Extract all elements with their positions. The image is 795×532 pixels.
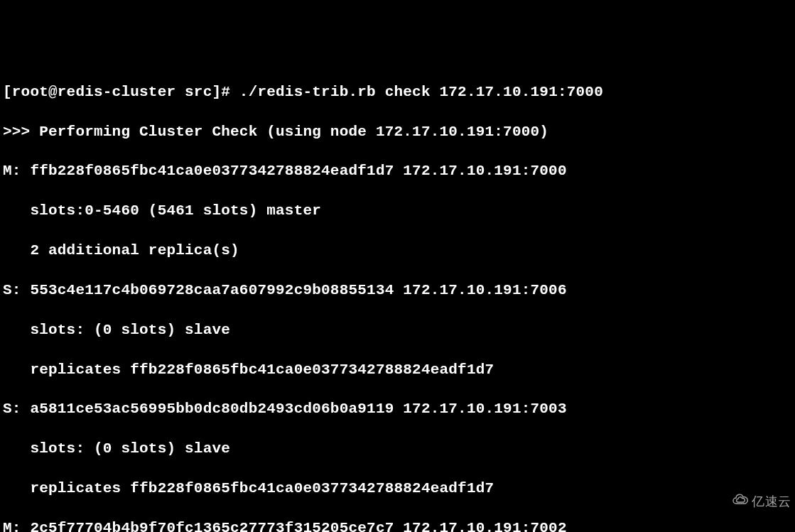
shell-command: ./redis-trib.rb check 172.17.10.191:7000	[239, 84, 603, 100]
shell-prompt: [root@redis-cluster src]#	[3, 84, 239, 100]
terminal-command-line[interactable]: [root@redis-cluster src]# ./redis-trib.r…	[3, 82, 795, 102]
watermark-text: 亿速云	[752, 494, 791, 511]
node-2-id-line: S: a5811ce53ac56995bb0dc80db2493cd06b0a9…	[3, 399, 795, 419]
watermark: 亿速云	[717, 476, 791, 528]
node-3-id-line: M: 2c5f77704b4b9f70fc1365c27773f315205ce…	[3, 519, 795, 532]
node-1-id-line: S: 553c4e117c4b069728caa7a607992c9b08855…	[3, 281, 795, 300]
node-1-replicates-line: replicates ffb228f0865fbc41ca0e037734278…	[3, 360, 795, 380]
node-2-replicates-line: replicates ffb228f0865fbc41ca0e037734278…	[3, 479, 795, 499]
node-2-slots-line: slots: (0 slots) slave	[3, 439, 795, 459]
node-0-replica-line: 2 additional replica(s)	[3, 241, 795, 261]
node-1-slots-line: slots: (0 slots) slave	[3, 320, 795, 340]
cluster-check-header: >>> Performing Cluster Check (using node…	[3, 122, 795, 142]
node-0-id-line: M: ffb228f0865fbc41ca0e0377342788824eadf…	[3, 161, 795, 181]
cloud-icon	[717, 476, 750, 528]
node-0-slots-line: slots:0-5460 (5461 slots) master	[3, 201, 795, 221]
